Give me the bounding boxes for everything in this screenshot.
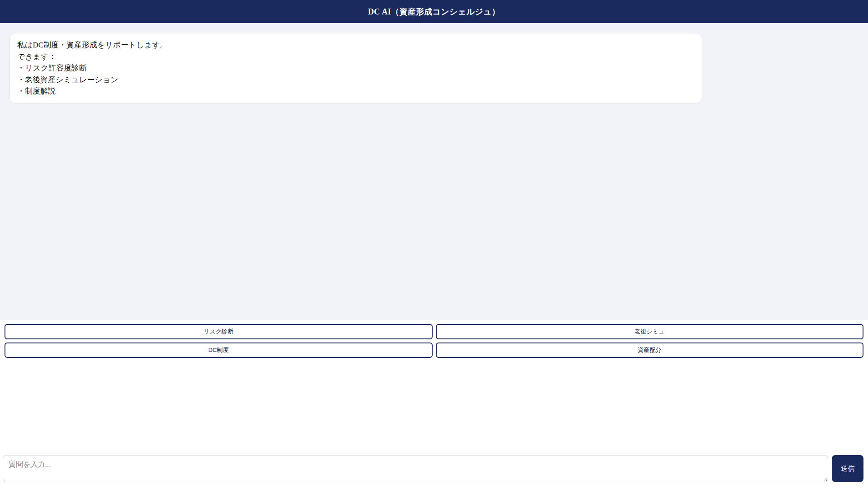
chat-message-list[interactable]: 私はDC制度・資産形成をサポートします。 できます： ・リスク許容度診断 ・老後… bbox=[0, 23, 868, 320]
question-input[interactable] bbox=[3, 455, 828, 482]
send-button[interactable]: 送信 bbox=[832, 455, 863, 482]
quick-action-retirement-simulation[interactable]: 老後シミュ bbox=[436, 324, 864, 339]
composer-bar: 送信 bbox=[0, 448, 868, 488]
quick-actions-panel: リスク診断 老後シミュ DC制度 資産配分 bbox=[0, 320, 868, 361]
app-header: DC AI（資産形成コンシェルジュ） bbox=[0, 0, 868, 23]
quick-action-risk-diagnosis[interactable]: リスク診断 bbox=[5, 324, 433, 339]
quick-action-dc-system[interactable]: DC制度 bbox=[5, 343, 433, 358]
content-spacer bbox=[0, 361, 868, 448]
app-title: DC AI（資産形成コンシェルジュ） bbox=[368, 6, 500, 17]
assistant-message-bubble: 私はDC制度・資産形成をサポートします。 できます： ・リスク許容度診断 ・老後… bbox=[9, 33, 702, 103]
quick-action-asset-allocation[interactable]: 資産配分 bbox=[436, 343, 864, 358]
